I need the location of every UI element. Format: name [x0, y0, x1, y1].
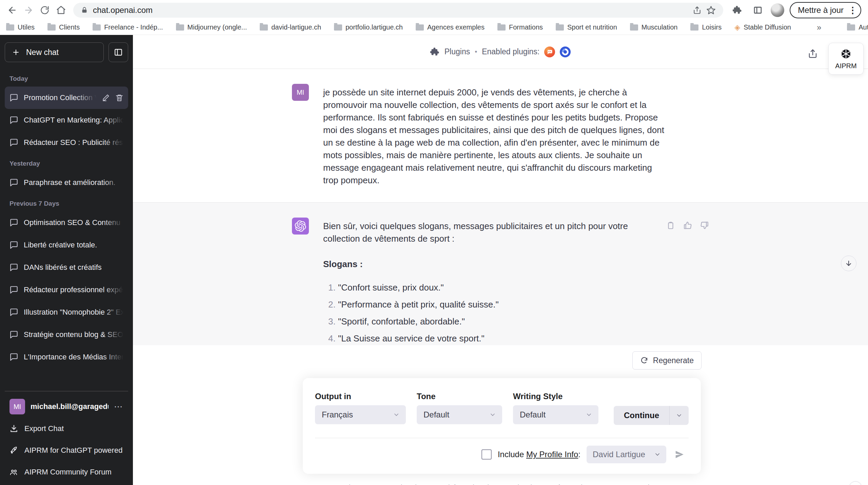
- chat-bubble-icon: [9, 263, 18, 272]
- chat-item-strategie-contenu[interactable]: Stratégie contenu blog & SEO: [5, 323, 128, 346]
- bookmarks-overflow-chevron[interactable]: »: [817, 23, 821, 32]
- collapse-sidebar-button[interactable]: [108, 42, 128, 62]
- rename-chat-icon[interactable]: [102, 94, 110, 102]
- chat-item-importance-medias[interactable]: L'Importance des Médias Inter: [5, 346, 128, 368]
- include-profile-row: Include My Profile Info: David Lartigue: [315, 438, 689, 463]
- chrome-update-button[interactable]: Mettre à jour ⋮: [790, 2, 861, 18]
- writing-style-select[interactable]: Default: [513, 405, 598, 424]
- composer-area: Regenerate Output in Français Tone De: [133, 345, 868, 485]
- plugins-puzzle-icon: [430, 47, 440, 57]
- send-icon[interactable]: [674, 449, 685, 460]
- chrome-menu-icon[interactable]: ⋮: [848, 7, 857, 14]
- bookmark-musculation[interactable]: Musculation: [630, 23, 678, 31]
- chat-bubble-icon: [9, 353, 18, 361]
- chat-item-optimisation-seo[interactable]: Optimisation SEO & Contenu: [5, 211, 128, 234]
- share-conversation-icon[interactable]: [808, 49, 818, 59]
- chat-item-illustration-nomophobie[interactable]: Illustration "Nomophobie 2" Ex: [5, 301, 128, 323]
- bookmark-star-icon[interactable]: [706, 5, 716, 15]
- reload-icon[interactable]: [37, 3, 52, 18]
- regenerate-button[interactable]: Regenerate: [632, 351, 702, 370]
- message-actions: [666, 221, 709, 230]
- bookmark-freelance[interactable]: Freelance - Indép...: [93, 23, 163, 31]
- address-bar[interactable]: chat.openai.com: [73, 3, 723, 18]
- thumbs-down-icon[interactable]: [700, 221, 709, 230]
- aiprm-options-panel: Output in Français Tone Default: [303, 378, 701, 474]
- chat-item-liberte-creative[interactable]: Liberté créative totale.: [5, 234, 128, 256]
- plugin-icon-orange[interactable]: [544, 46, 555, 57]
- lock-icon: [81, 6, 88, 14]
- my-profile-info-link[interactable]: My Profile Info: [526, 450, 578, 459]
- other-bookmarks[interactable]: Autres favoris: [847, 23, 868, 31]
- plugins-label[interactable]: Plugins: [445, 47, 470, 56]
- folder-icon: [93, 24, 101, 31]
- plugin-icon-blue[interactable]: [560, 46, 571, 57]
- account-avatar: MI: [9, 399, 25, 414]
- bookmark-agences[interactable]: Agences exemples: [416, 23, 485, 31]
- chevron-down-icon: [654, 451, 661, 458]
- chat-item-redacteur-pro[interactable]: Rédacteur professionnel expé: [5, 279, 128, 301]
- bookmark-loisirs[interactable]: Loisirs: [690, 23, 722, 31]
- chat-bubble-icon: [9, 138, 18, 147]
- folder-icon: [556, 24, 564, 31]
- account-row[interactable]: MI michael.bill@garagedu ⋯: [5, 395, 128, 418]
- new-chat-button[interactable]: New chat: [5, 42, 104, 62]
- chevron-down-icon: [393, 411, 400, 418]
- copy-icon[interactable]: [666, 221, 675, 230]
- delete-chat-icon[interactable]: [115, 94, 123, 102]
- chat-bubble-icon: [9, 241, 18, 249]
- tone-select[interactable]: Default: [417, 405, 502, 424]
- bookmark-stable-diffusion[interactable]: ◈Stable Diffusion: [734, 23, 791, 31]
- aiprm-label: AIPRM: [835, 62, 856, 70]
- slogans-heading: Slogans :: [323, 258, 666, 271]
- folder-icon: [334, 24, 342, 31]
- folder-icon: [416, 24, 424, 31]
- browser-profile-avatar[interactable]: [771, 3, 784, 17]
- sidebar: New chat Today Promotion Collection V Ch…: [0, 35, 133, 485]
- share-page-icon[interactable]: [693, 6, 702, 15]
- folder-icon: [47, 24, 56, 31]
- folder-icon: [847, 24, 855, 31]
- extensions-puzzle-icon[interactable]: [730, 3, 745, 18]
- bookmark-midjourney[interactable]: Midjourney (ongle...: [176, 23, 247, 31]
- bookmark-david-lartigue[interactable]: david-lartigue.ch: [260, 23, 321, 31]
- back-icon[interactable]: [5, 3, 20, 18]
- scroll-to-bottom-button[interactable]: [841, 256, 856, 271]
- slogan-item: "La Suisse au service de votre sport.": [338, 334, 666, 343]
- home-icon[interactable]: [54, 3, 68, 18]
- aiprm-extension-badge[interactable]: AIPRM: [828, 43, 864, 75]
- chat-item-marketing[interactable]: ChatGPT en Marketing: Applic: [5, 109, 128, 131]
- include-profile-checkbox[interactable]: [481, 449, 492, 460]
- browser-toolbar: chat.openai.com Mettre à jour ⋮: [0, 0, 868, 20]
- bookmark-clients[interactable]: Clients: [47, 23, 80, 31]
- export-chat-button[interactable]: Export Chat: [5, 418, 128, 440]
- account-menu-icon[interactable]: ⋯: [114, 402, 123, 412]
- chat-item-promotion-collection[interactable]: Promotion Collection V: [5, 87, 128, 109]
- user-avatar: MI: [292, 84, 309, 101]
- chat-item-redacteur-seo[interactable]: Rédacteur SEO : Publicité rése: [5, 131, 128, 154]
- url-text[interactable]: chat.openai.com: [93, 5, 688, 15]
- continue-dropdown-button[interactable]: [670, 406, 689, 425]
- help-button[interactable]: ?: [849, 481, 862, 485]
- thumbs-up-icon[interactable]: [683, 221, 692, 230]
- chat-item-dans-liberes[interactable]: DANs libérés et créatifs: [5, 256, 128, 279]
- aiprm-forum-link[interactable]: AIPRM Community Forum: [5, 461, 128, 483]
- assistant-intro: Bien sûr, voici quelques slogans, messag…: [323, 220, 666, 245]
- bookmark-formations[interactable]: Formations: [497, 23, 543, 31]
- slogans-list: "Confort suisse, prix doux." "Performanc…: [323, 283, 666, 345]
- bookmark-utiles[interactable]: Utiles: [6, 23, 35, 31]
- version-link[interactable]: ChatGPT August 3 Version: [576, 484, 657, 485]
- regenerate-icon: [640, 356, 648, 365]
- folder-icon: [690, 24, 698, 31]
- bookmark-portfolio[interactable]: portfolio.lartigue.ch: [334, 23, 403, 31]
- folder-icon: [260, 24, 268, 31]
- bookmark-sport-nutrition[interactable]: Sport et nutrition: [556, 23, 617, 31]
- chevron-down-icon: [586, 411, 592, 418]
- history-section-today: Today: [5, 69, 128, 87]
- aiprm-powered-link[interactable]: AIPRM for ChatGPT powered: [5, 440, 128, 461]
- profile-select[interactable]: David Lartigue: [587, 446, 666, 463]
- side-panel-icon[interactable]: [750, 3, 765, 18]
- continue-button[interactable]: Continue: [614, 406, 670, 425]
- output-language-select[interactable]: Français: [315, 405, 406, 424]
- new-chat-label: New chat: [26, 48, 59, 57]
- chat-item-paraphrase[interactable]: Paraphrase et amélioration.: [5, 171, 128, 194]
